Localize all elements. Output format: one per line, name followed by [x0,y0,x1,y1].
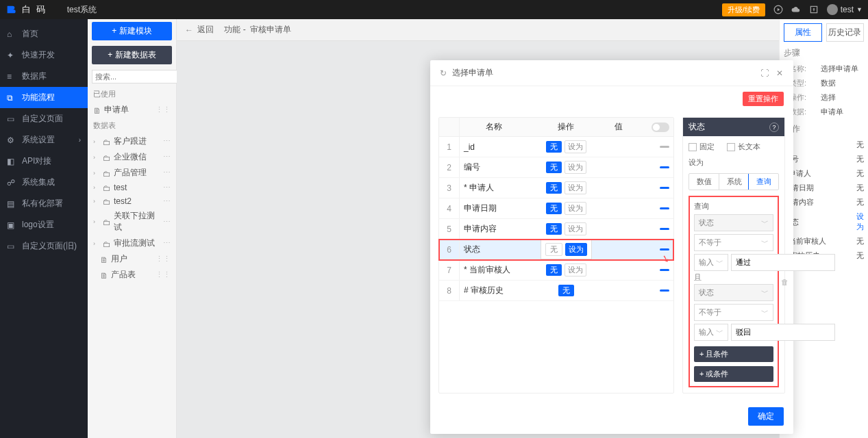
operator-select-1[interactable]: 不等于﹀ [694,234,773,251]
setas-button[interactable]: 设为 [565,202,586,215]
expand-icon[interactable]: ⛶ [760,69,769,77]
new-table-button[interactable]: + 新建数据表 [92,46,172,64]
more-icon[interactable]: ⋯ [163,183,171,192]
more-icon[interactable]: ⋮⋮ [156,105,171,114]
caret-icon: › [93,170,100,177]
toggle-indicator[interactable] [660,187,669,189]
tab-system[interactable]: 系统 [719,174,749,190]
setas-button[interactable]: 设为 [565,243,587,256]
grid-row[interactable]: 2编号无设为 [439,157,673,178]
op-row[interactable]: 编号无 [784,152,864,166]
nav-workflow[interactable]: ⧉功能流程 [0,87,88,108]
topbar: 白 码 test系统 升级/续费 test ▼ [0,0,868,19]
nav-settings[interactable]: ⚙系统设置› [0,129,88,151]
setas-button[interactable]: 设为 [565,181,586,194]
op-row[interactable]: _id无 [784,138,864,152]
toggle-indicator[interactable] [660,166,669,168]
toggle-indicator[interactable] [660,228,669,230]
field-select-2[interactable]: 状态﹀ [694,284,773,301]
nav-api[interactable]: ◧API对接 [0,151,88,172]
more-icon[interactable]: ⋯ [163,239,171,248]
more-icon[interactable]: ⋯ [163,137,171,146]
setas-button[interactable]: 设为 [565,140,586,153]
help-icon[interactable]: ? [769,123,779,132]
tree-item[interactable]: 🗎用户⋮⋮ [90,251,173,267]
close-icon[interactable]: ✕ [776,69,784,77]
input-mode-1[interactable]: 输入﹀ [694,254,728,271]
more-icon[interactable]: ⋯ [163,153,171,162]
tab-query[interactable]: 查询 [748,173,779,190]
grid-row[interactable]: 8# 审核历史无 [439,281,673,301]
setas-button[interactable]: 设为 [565,263,586,276]
used-item[interactable]: 🗎申请单⋮⋮ [90,102,173,118]
tree-folder[interactable]: ›🗀客户跟进⋯ [90,133,173,149]
toggle-indicator[interactable] [660,207,669,209]
toggle-indicator[interactable] [660,146,669,148]
nav-custom-page-old[interactable]: ▭自定义页面(旧) [0,235,88,257]
toggle-indicator[interactable] [660,289,669,292]
nav-database[interactable]: ≡数据库 [0,66,88,87]
reload-icon[interactable]: ↻ [440,68,447,78]
tree-folder[interactable]: ›🗀test2⋯ [90,194,173,208]
caret-down-icon: ▼ [856,6,863,13]
input-mode-2[interactable]: 输入﹀ [694,324,728,341]
grid-row[interactable]: 7* 当前审核人无设为 [439,260,673,281]
grid-row[interactable]: 5申请内容无设为 [439,219,673,240]
grid-row[interactable]: 4申请日期无设为 [439,198,673,219]
nav-private-deploy[interactable]: ▤私有化部署 [0,193,88,214]
field-select-1[interactable]: 状态﹀ [694,214,773,231]
longtext-checkbox[interactable]: 长文本 [727,142,760,152]
more-icon[interactable]: ⋯ [163,168,171,177]
folder-icon: 🗀 [103,218,111,226]
value-input-2[interactable] [731,324,835,341]
tree-item[interactable]: 🗎产品表⋮⋮ [90,267,173,283]
file-icon: 🗎 [100,271,108,279]
fixed-checkbox[interactable]: 固定 [689,142,715,152]
op-row[interactable]: 申请日期无 [784,181,864,195]
setas-button[interactable]: 设为 [565,161,586,174]
new-module-button[interactable]: + 新建模块 [92,22,172,40]
grid-row[interactable]: 6状态无设为 [439,240,673,260]
tree-folder[interactable]: ›🗀审批流测试⋯ [90,235,173,251]
nav-integration[interactable]: ☍系统集成 [0,172,88,193]
upgrade-button[interactable]: 升级/续费 [722,3,765,16]
add-and-button[interactable]: + 且条件 [694,346,773,362]
add-or-button[interactable]: + 或条件 [694,366,773,382]
tree-folder[interactable]: ›🗀关联下拉测试⋯ [90,208,173,235]
user-menu[interactable]: test ▼ [827,4,863,15]
play-icon[interactable] [773,5,783,14]
caret-icon: › [93,218,100,225]
toggle-indicator[interactable] [660,248,669,250]
tree-folder[interactable]: ›🗀产品管理⋯ [90,165,173,181]
more-icon[interactable]: ⋮⋮ [156,270,171,279]
grid-row[interactable]: 3* 申请人无设为 [439,178,673,198]
ok-button[interactable]: 确定 [748,407,784,426]
tab-number[interactable]: 数值 [689,174,719,190]
caret-icon: › [93,240,100,247]
op-row[interactable]: 状态设为 [784,209,864,234]
op-row[interactable]: * 当前审核人无 [784,234,864,248]
nav-home[interactable]: ⌂首页 [0,23,88,44]
setas-button[interactable]: 设为 [565,222,586,235]
nav-custom-page[interactable]: ▭自定义页面 [0,108,88,129]
operator-select-2[interactable]: 不等于﹀ [694,304,773,321]
grid-row[interactable]: 1_id无设为 [439,137,673,157]
cloud-icon[interactable] [791,5,801,14]
nav-quick-dev[interactable]: ✦快速开发 [0,44,88,66]
op-row[interactable]: 申请内容无 [784,195,864,209]
reset-op-button[interactable]: 重置操作 [743,92,784,106]
more-icon[interactable]: ⋯ [163,218,171,227]
op-row[interactable]: * 申请人无 [784,166,864,181]
toggle-indicator[interactable] [660,269,669,271]
tab-history[interactable]: 历史记录 [826,23,865,42]
tree-folder[interactable]: ›🗀企业微信⋯ [90,149,173,165]
nav-logo-settings[interactable]: ▣logo设置 [0,214,88,235]
more-icon[interactable]: ⋯ [163,197,171,206]
value-input-1[interactable] [731,254,835,271]
tab-properties[interactable]: 属性 [784,23,822,42]
tree-folder[interactable]: ›🗀test⋯ [90,181,173,194]
upload-icon[interactable] [809,5,819,14]
delete-condition-icon[interactable]: 🗑 [781,278,789,286]
more-icon[interactable]: ⋮⋮ [156,255,171,263]
column-toggle[interactable] [652,123,669,132]
